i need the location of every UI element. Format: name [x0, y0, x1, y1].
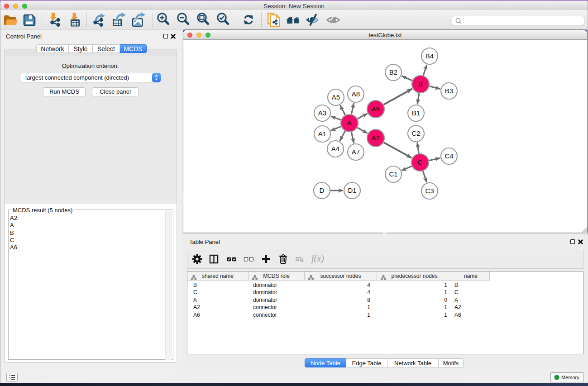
- svg-text:C1: C1: [389, 170, 397, 178]
- svg-text:B4: B4: [425, 52, 434, 60]
- svg-text:C: C: [418, 158, 423, 166]
- svg-text:A5: A5: [332, 93, 340, 101]
- svg-text:A: A: [347, 119, 352, 127]
- svg-text:A1: A1: [318, 130, 326, 138]
- svg-text:A2: A2: [372, 134, 380, 142]
- svg-text:C3: C3: [425, 187, 434, 195]
- svg-text:A6: A6: [372, 105, 380, 113]
- svg-text:D: D: [320, 186, 325, 194]
- svg-text:B2: B2: [389, 68, 397, 76]
- svg-text:C2: C2: [411, 129, 420, 137]
- svg-text:A3: A3: [318, 109, 326, 117]
- svg-text:C4: C4: [445, 152, 453, 160]
- svg-text:A8: A8: [352, 90, 360, 98]
- svg-text:B3: B3: [445, 87, 453, 95]
- svg-text:B1: B1: [412, 109, 420, 117]
- svg-text:D1: D1: [348, 186, 356, 194]
- svg-text:B: B: [418, 80, 423, 88]
- svg-text:A4: A4: [331, 145, 339, 152]
- svg-text:A7: A7: [352, 148, 360, 156]
